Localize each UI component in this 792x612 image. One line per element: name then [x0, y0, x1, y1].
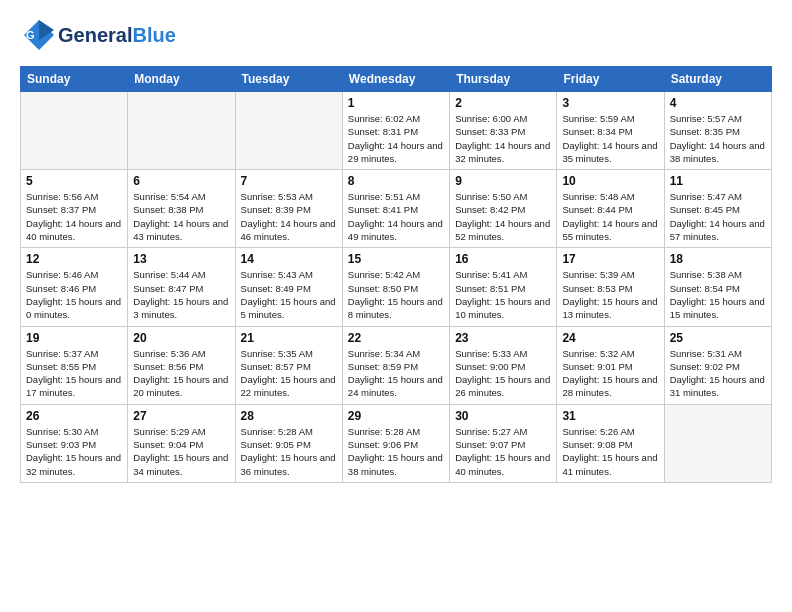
calendar-day-cell: 15Sunrise: 5:42 AM Sunset: 8:50 PM Dayli… — [342, 248, 449, 326]
calendar-day-cell — [128, 92, 235, 170]
day-info: Sunrise: 5:59 AM Sunset: 8:34 PM Dayligh… — [562, 112, 658, 165]
weekday-header-thursday: Thursday — [450, 67, 557, 92]
day-info: Sunrise: 5:31 AM Sunset: 9:02 PM Dayligh… — [670, 347, 766, 400]
weekday-header-tuesday: Tuesday — [235, 67, 342, 92]
day-number: 15 — [348, 252, 444, 266]
calendar-day-cell: 14Sunrise: 5:43 AM Sunset: 8:49 PM Dayli… — [235, 248, 342, 326]
calendar-day-cell: 27Sunrise: 5:29 AM Sunset: 9:04 PM Dayli… — [128, 404, 235, 482]
calendar-day-cell: 19Sunrise: 5:37 AM Sunset: 8:55 PM Dayli… — [21, 326, 128, 404]
calendar-day-cell: 6Sunrise: 5:54 AM Sunset: 8:38 PM Daylig… — [128, 170, 235, 248]
calendar-day-cell: 20Sunrise: 5:36 AM Sunset: 8:56 PM Dayli… — [128, 326, 235, 404]
weekday-header-sunday: Sunday — [21, 67, 128, 92]
calendar-day-cell: 18Sunrise: 5:38 AM Sunset: 8:54 PM Dayli… — [664, 248, 771, 326]
day-number: 4 — [670, 96, 766, 110]
day-info: Sunrise: 5:27 AM Sunset: 9:07 PM Dayligh… — [455, 425, 551, 478]
day-number: 3 — [562, 96, 658, 110]
calendar-day-cell: 2Sunrise: 6:00 AM Sunset: 8:33 PM Daylig… — [450, 92, 557, 170]
day-info: Sunrise: 5:43 AM Sunset: 8:49 PM Dayligh… — [241, 268, 337, 321]
calendar-table: SundayMondayTuesdayWednesdayThursdayFrid… — [20, 66, 772, 483]
calendar-day-cell: 1Sunrise: 6:02 AM Sunset: 8:31 PM Daylig… — [342, 92, 449, 170]
header: G GeneralBlue — [20, 16, 772, 54]
day-number: 5 — [26, 174, 122, 188]
day-info: Sunrise: 5:54 AM Sunset: 8:38 PM Dayligh… — [133, 190, 229, 243]
day-info: Sunrise: 5:26 AM Sunset: 9:08 PM Dayligh… — [562, 425, 658, 478]
logo-general-text: General — [58, 24, 132, 46]
calendar-day-cell: 29Sunrise: 5:28 AM Sunset: 9:06 PM Dayli… — [342, 404, 449, 482]
day-info: Sunrise: 5:44 AM Sunset: 8:47 PM Dayligh… — [133, 268, 229, 321]
calendar-day-cell — [21, 92, 128, 170]
day-info: Sunrise: 5:51 AM Sunset: 8:41 PM Dayligh… — [348, 190, 444, 243]
calendar-day-cell: 11Sunrise: 5:47 AM Sunset: 8:45 PM Dayli… — [664, 170, 771, 248]
day-info: Sunrise: 5:30 AM Sunset: 9:03 PM Dayligh… — [26, 425, 122, 478]
calendar-day-cell: 28Sunrise: 5:28 AM Sunset: 9:05 PM Dayli… — [235, 404, 342, 482]
day-number: 29 — [348, 409, 444, 423]
day-info: Sunrise: 5:47 AM Sunset: 8:45 PM Dayligh… — [670, 190, 766, 243]
page: G GeneralBlue SundayMondayTuesdayWednesd… — [0, 0, 792, 499]
weekday-header-friday: Friday — [557, 67, 664, 92]
day-number: 24 — [562, 331, 658, 345]
day-info: Sunrise: 5:48 AM Sunset: 8:44 PM Dayligh… — [562, 190, 658, 243]
calendar-day-cell: 3Sunrise: 5:59 AM Sunset: 8:34 PM Daylig… — [557, 92, 664, 170]
day-number: 18 — [670, 252, 766, 266]
calendar-day-cell: 30Sunrise: 5:27 AM Sunset: 9:07 PM Dayli… — [450, 404, 557, 482]
day-info: Sunrise: 5:28 AM Sunset: 9:06 PM Dayligh… — [348, 425, 444, 478]
calendar-day-cell: 22Sunrise: 5:34 AM Sunset: 8:59 PM Dayli… — [342, 326, 449, 404]
day-number: 30 — [455, 409, 551, 423]
day-info: Sunrise: 5:28 AM Sunset: 9:05 PM Dayligh… — [241, 425, 337, 478]
day-info: Sunrise: 5:56 AM Sunset: 8:37 PM Dayligh… — [26, 190, 122, 243]
logo: G GeneralBlue — [20, 16, 176, 54]
day-info: Sunrise: 5:53 AM Sunset: 8:39 PM Dayligh… — [241, 190, 337, 243]
weekday-header-row: SundayMondayTuesdayWednesdayThursdayFrid… — [21, 67, 772, 92]
calendar-day-cell: 7Sunrise: 5:53 AM Sunset: 8:39 PM Daylig… — [235, 170, 342, 248]
weekday-header-saturday: Saturday — [664, 67, 771, 92]
day-number: 14 — [241, 252, 337, 266]
day-info: Sunrise: 5:41 AM Sunset: 8:51 PM Dayligh… — [455, 268, 551, 321]
day-number: 6 — [133, 174, 229, 188]
day-number: 21 — [241, 331, 337, 345]
day-info: Sunrise: 5:50 AM Sunset: 8:42 PM Dayligh… — [455, 190, 551, 243]
calendar-day-cell: 23Sunrise: 5:33 AM Sunset: 9:00 PM Dayli… — [450, 326, 557, 404]
calendar-week-row: 19Sunrise: 5:37 AM Sunset: 8:55 PM Dayli… — [21, 326, 772, 404]
calendar-week-row: 1Sunrise: 6:02 AM Sunset: 8:31 PM Daylig… — [21, 92, 772, 170]
day-number: 16 — [455, 252, 551, 266]
day-number: 25 — [670, 331, 766, 345]
calendar-day-cell: 10Sunrise: 5:48 AM Sunset: 8:44 PM Dayli… — [557, 170, 664, 248]
day-info: Sunrise: 5:33 AM Sunset: 9:00 PM Dayligh… — [455, 347, 551, 400]
calendar-day-cell: 4Sunrise: 5:57 AM Sunset: 8:35 PM Daylig… — [664, 92, 771, 170]
day-number: 9 — [455, 174, 551, 188]
calendar-day-cell — [235, 92, 342, 170]
day-info: Sunrise: 5:35 AM Sunset: 8:57 PM Dayligh… — [241, 347, 337, 400]
day-number: 19 — [26, 331, 122, 345]
calendar-day-cell: 21Sunrise: 5:35 AM Sunset: 8:57 PM Dayli… — [235, 326, 342, 404]
day-number: 28 — [241, 409, 337, 423]
day-info: Sunrise: 5:32 AM Sunset: 9:01 PM Dayligh… — [562, 347, 658, 400]
day-info: Sunrise: 5:36 AM Sunset: 8:56 PM Dayligh… — [133, 347, 229, 400]
svg-text:G: G — [26, 29, 35, 41]
logo-blue-text: Blue — [132, 24, 175, 46]
calendar-day-cell: 26Sunrise: 5:30 AM Sunset: 9:03 PM Dayli… — [21, 404, 128, 482]
day-number: 27 — [133, 409, 229, 423]
calendar-day-cell: 9Sunrise: 5:50 AM Sunset: 8:42 PM Daylig… — [450, 170, 557, 248]
day-info: Sunrise: 5:34 AM Sunset: 8:59 PM Dayligh… — [348, 347, 444, 400]
calendar-day-cell: 8Sunrise: 5:51 AM Sunset: 8:41 PM Daylig… — [342, 170, 449, 248]
calendar-week-row: 5Sunrise: 5:56 AM Sunset: 8:37 PM Daylig… — [21, 170, 772, 248]
day-number: 8 — [348, 174, 444, 188]
day-number: 1 — [348, 96, 444, 110]
calendar-week-row: 26Sunrise: 5:30 AM Sunset: 9:03 PM Dayli… — [21, 404, 772, 482]
calendar-day-cell: 13Sunrise: 5:44 AM Sunset: 8:47 PM Dayli… — [128, 248, 235, 326]
calendar-day-cell: 16Sunrise: 5:41 AM Sunset: 8:51 PM Dayli… — [450, 248, 557, 326]
calendar-day-cell: 25Sunrise: 5:31 AM Sunset: 9:02 PM Dayli… — [664, 326, 771, 404]
day-info: Sunrise: 5:39 AM Sunset: 8:53 PM Dayligh… — [562, 268, 658, 321]
day-number: 17 — [562, 252, 658, 266]
day-number: 10 — [562, 174, 658, 188]
day-info: Sunrise: 5:46 AM Sunset: 8:46 PM Dayligh… — [26, 268, 122, 321]
calendar-day-cell — [664, 404, 771, 482]
day-info: Sunrise: 6:00 AM Sunset: 8:33 PM Dayligh… — [455, 112, 551, 165]
calendar-week-row: 12Sunrise: 5:46 AM Sunset: 8:46 PM Dayli… — [21, 248, 772, 326]
weekday-header-wednesday: Wednesday — [342, 67, 449, 92]
day-info: Sunrise: 5:37 AM Sunset: 8:55 PM Dayligh… — [26, 347, 122, 400]
day-info: Sunrise: 5:57 AM Sunset: 8:35 PM Dayligh… — [670, 112, 766, 165]
day-number: 26 — [26, 409, 122, 423]
day-info: Sunrise: 5:42 AM Sunset: 8:50 PM Dayligh… — [348, 268, 444, 321]
day-info: Sunrise: 5:29 AM Sunset: 9:04 PM Dayligh… — [133, 425, 229, 478]
